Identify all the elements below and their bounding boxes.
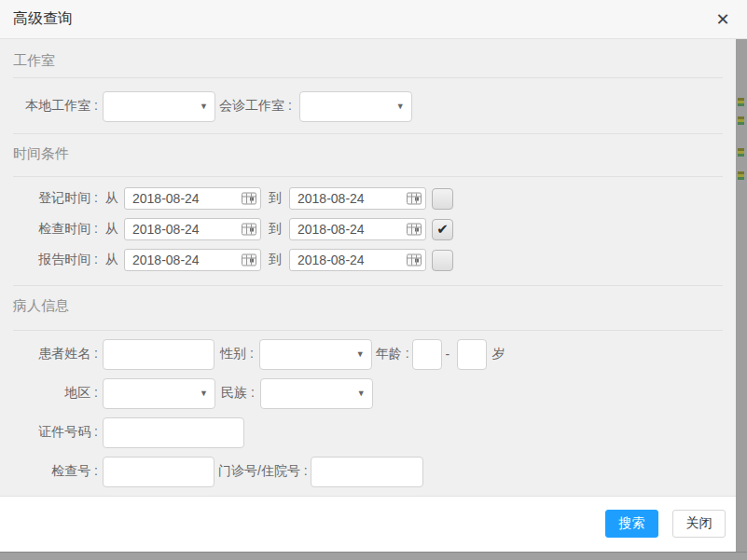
registration-to-date-input[interactable] <box>289 187 426 210</box>
id-number-input[interactable] <box>103 417 244 448</box>
region-row: 地区 : ▼ 民族 : ▼ <box>0 377 736 409</box>
calendar-icon[interactable] <box>242 224 256 236</box>
report-from-date-input[interactable] <box>124 249 261 271</box>
local-workspace-select[interactable]: ▼ <box>103 91 215 122</box>
opd-number-input[interactable] <box>311 457 423 487</box>
patient-name-label: 患者姓名 : <box>0 346 98 362</box>
chevron-down-icon: ▼ <box>357 389 366 398</box>
calendar-icon[interactable] <box>407 193 422 205</box>
section-header-patient: 病人信息 <box>13 296 69 315</box>
backdrop-right-strip <box>735 38 747 560</box>
patient-name-input[interactable] <box>103 339 214 370</box>
age-separator: - <box>446 347 450 362</box>
id-number-label: 证件号码 : <box>0 424 98 441</box>
gender-label: 性别 : <box>220 346 254 362</box>
close-icon[interactable]: ✕ <box>712 8 734 31</box>
age-max-input[interactable] <box>457 339 487 370</box>
section-divider <box>13 285 723 286</box>
section-divider <box>13 77 723 78</box>
workspace-row: 本地工作室 : ▼ 会诊工作室 : ▼ <box>0 90 736 122</box>
id-number-row: 证件号码 : <box>0 417 736 448</box>
exam-number-label: 检查号 : <box>0 463 98 480</box>
background-page-fragment <box>738 148 744 157</box>
calendar-icon[interactable] <box>242 193 256 205</box>
report-to-date-input[interactable] <box>289 249 426 271</box>
section-header-workspace: 工作室 <box>13 51 55 70</box>
opd-number-label: 门诊号/住院号 : <box>218 463 308 480</box>
exam-time-label: 检查时间 : <box>0 221 98 238</box>
calendar-icon[interactable] <box>407 254 422 266</box>
calendar-icon[interactable] <box>242 254 256 266</box>
background-page-fragment <box>738 98 744 107</box>
age-min-input[interactable] <box>412 339 442 370</box>
registration-from-date-input[interactable] <box>124 187 261 210</box>
local-workspace-label: 本地工作室 : <box>0 98 98 115</box>
dialog-title: 高级查询 <box>13 9 73 29</box>
report-time-label: 报告时间 : <box>0 252 98 268</box>
age-label: 年龄 : <box>376 346 409 362</box>
gender-select[interactable]: ▼ <box>259 339 372 370</box>
consult-workspace-select[interactable]: ▼ <box>299 91 412 122</box>
registration-time-label: 登记时间 : <box>0 190 98 207</box>
section-divider <box>13 330 723 331</box>
from-label: 从 <box>105 252 118 268</box>
exam-number-input[interactable] <box>103 457 214 487</box>
background-page-fragment <box>738 171 744 181</box>
report-time-row: 报告时间 : 从 到 <box>0 248 736 272</box>
exam-from-date-input[interactable] <box>124 218 261 240</box>
dialog-titlebar: 高级查询 <box>0 0 747 39</box>
close-button[interactable]: 关闭 <box>672 510 726 538</box>
dialog-footer: 搜索 关闭 <box>0 496 736 552</box>
ethnic-select[interactable]: ▼ <box>260 378 373 409</box>
backdrop-bottom-strip <box>0 552 747 560</box>
region-label: 地区 : <box>0 385 98 402</box>
advanced-query-dialog: 工作室 本地工作室 : ▼ 会诊工作室 : ▼ 时间条件 登记时间 : 从 到 … <box>0 0 736 552</box>
registration-time-checkbox[interactable] <box>432 188 453 210</box>
exam-number-row: 检查号 : 门诊号/住院号 : <box>0 456 736 487</box>
to-label: 到 <box>269 252 282 268</box>
chevron-down-icon: ▼ <box>356 349 365 359</box>
patient-name-row: 患者姓名 : 性别 : ▼ 年龄 : - 岁 <box>0 338 736 370</box>
exam-time-checkbox[interactable]: ✔ <box>432 219 453 240</box>
to-label: 到 <box>269 190 282 207</box>
chevron-down-icon: ▼ <box>200 102 208 111</box>
chevron-down-icon: ▼ <box>200 389 208 398</box>
section-divider <box>13 133 723 134</box>
region-select[interactable]: ▼ <box>103 378 215 409</box>
exam-to-date-input[interactable] <box>289 218 426 240</box>
calendar-icon[interactable] <box>407 224 422 236</box>
from-label: 从 <box>105 221 118 238</box>
section-header-time: 时间条件 <box>13 144 69 163</box>
to-label: 到 <box>269 221 282 238</box>
from-label: 从 <box>105 190 118 207</box>
report-time-checkbox[interactable] <box>432 250 453 271</box>
ethnic-label: 民族 : <box>221 385 255 402</box>
chevron-down-icon: ▼ <box>396 102 405 111</box>
background-page-fragment <box>738 116 744 126</box>
registration-time-row: 登记时间 : 从 到 <box>0 186 736 211</box>
search-button[interactable]: 搜索 <box>605 510 658 538</box>
exam-time-row: 检查时间 : 从 到 ✔ <box>0 217 736 241</box>
consult-workspace-label: 会诊工作室 : <box>219 98 292 115</box>
age-unit-label: 岁 <box>491 346 505 362</box>
section-divider <box>13 176 723 177</box>
